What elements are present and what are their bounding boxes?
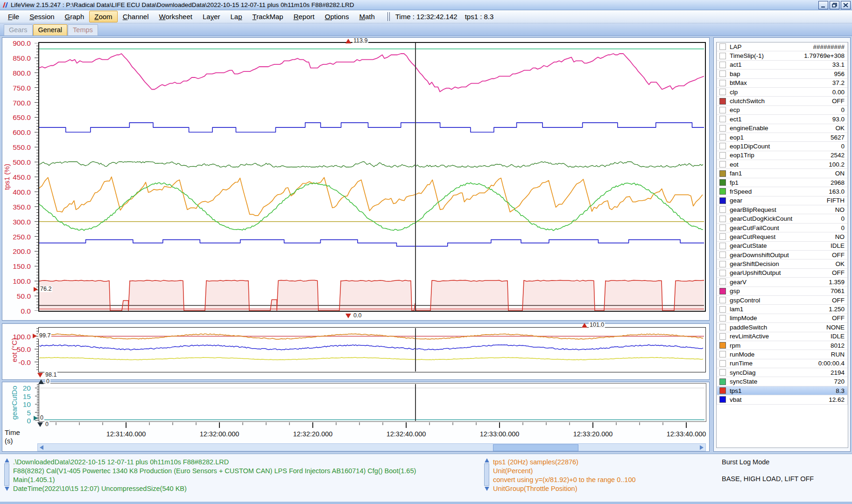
channel-checkbox[interactable] xyxy=(719,324,726,330)
title-bar[interactable]: LifeView 2.15.247 : P:\Radical Data\LIFE… xyxy=(0,0,852,10)
channel-checkbox[interactable] xyxy=(719,89,726,95)
channel-row-limpmode[interactable]: limpModeOFF xyxy=(717,314,848,323)
channel-checkbox[interactable] xyxy=(719,288,726,294)
channel-checkbox[interactable] xyxy=(719,206,726,213)
channel-row-gearcutfailcount[interactable]: gearCutFailCount0 xyxy=(717,223,848,232)
channel-row-bap[interactable]: bap956 xyxy=(717,69,848,78)
channel-checkbox[interactable] xyxy=(719,279,726,285)
time-cursor[interactable] xyxy=(415,328,416,371)
channel-row-timeslip(-1)[interactable]: TimeSlip(-1)1.79769e+308 xyxy=(717,51,848,60)
channel-row-fp1[interactable]: fp12968 xyxy=(717,178,848,187)
channel-checkbox[interactable] xyxy=(719,351,726,357)
scroll-up-icon[interactable] xyxy=(5,458,9,462)
tab-temps[interactable]: Temps xyxy=(68,24,98,35)
channel-checkbox[interactable] xyxy=(719,143,726,149)
channel-checkbox[interactable] xyxy=(719,98,726,105)
channel-checkbox[interactable] xyxy=(719,161,726,168)
channel-checkbox[interactable] xyxy=(719,70,726,77)
channel-checkbox[interactable] xyxy=(719,62,726,68)
channel-row-gearcutdogkickcount[interactable]: gearCutDogKickCount0 xyxy=(717,214,848,223)
channel-row-lap[interactable]: LAP######### xyxy=(717,42,848,51)
channel-checkbox[interactable] xyxy=(719,125,726,132)
channel-row-clutchswitch[interactable]: clutchSwitchOFF xyxy=(717,96,848,105)
channel-checkbox[interactable] xyxy=(719,152,726,159)
scrollbar-thumb[interactable] xyxy=(493,444,578,451)
channel-checkbox[interactable] xyxy=(719,243,726,249)
menu-graph[interactable]: Graph xyxy=(60,11,90,22)
scroll-left-icon[interactable] xyxy=(38,444,45,451)
channel-checkbox[interactable] xyxy=(719,252,726,258)
channel-checkbox[interactable] xyxy=(719,387,726,394)
channel-checkbox[interactable] xyxy=(719,53,726,59)
channel-checkbox[interactable] xyxy=(719,224,726,231)
channel-row-runtime[interactable]: runTime0:00:00.4 xyxy=(717,359,848,368)
cursor-marker[interactable]: 0.0 xyxy=(345,313,362,319)
channel-checkbox[interactable] xyxy=(719,216,726,222)
channel-row-gear[interactable]: gearFIFTH xyxy=(717,196,848,205)
channel-row-syncdiag[interactable]: syncDiag2194 xyxy=(717,368,848,377)
chart-traces-1[interactable] xyxy=(39,43,704,311)
time-scrollbar[interactable] xyxy=(37,443,706,451)
minimize-button[interactable] xyxy=(818,1,828,9)
channel-checkbox[interactable] xyxy=(719,360,726,367)
channel-row-lam1[interactable]: lam11.250 xyxy=(717,304,848,314)
channel-row-frspeed[interactable]: frSpeed163.0 xyxy=(717,187,848,196)
channel-row-gearshiftdecision[interactable]: gearShiftDecisionOK xyxy=(717,259,848,268)
chart-traces-3[interactable] xyxy=(40,384,704,421)
channel-row-eop1trip[interactable]: eop1Trip2542 xyxy=(717,151,848,160)
channel-checkbox[interactable] xyxy=(719,270,726,276)
channel-row-gearcutstate[interactable]: gearCutStateIDLE xyxy=(717,241,848,251)
scroll-thumb[interactable] xyxy=(484,463,489,486)
scroll-down-icon[interactable] xyxy=(5,487,9,491)
channel-checkbox[interactable] xyxy=(719,107,726,113)
channel-checkbox[interactable] xyxy=(719,369,726,376)
channel-row-gsp[interactable]: gsp7061 xyxy=(717,287,848,296)
channel-checkbox[interactable] xyxy=(719,197,726,204)
channel-row-ect1[interactable]: ect193.0 xyxy=(717,114,848,124)
cursor-marker[interactable]: 0 xyxy=(34,415,44,421)
chart-traces-2[interactable] xyxy=(39,328,704,371)
time-cursor[interactable] xyxy=(415,43,416,311)
channel-row-tps1[interactable]: tps18.3 xyxy=(717,386,848,395)
channel-row-gearv[interactable]: gearV1.359 xyxy=(717,277,848,287)
file-info-scrollbar[interactable] xyxy=(4,458,10,493)
channel-checkbox[interactable] xyxy=(719,261,726,267)
menu-channel[interactable]: Channel xyxy=(118,11,154,22)
channel-row-runmode[interactable]: runModeRUN xyxy=(717,350,848,359)
tab-gears[interactable]: Gears xyxy=(4,24,33,35)
channel-checkbox[interactable] xyxy=(719,43,726,50)
channel-checkbox[interactable] xyxy=(719,188,726,195)
channel-checkbox[interactable] xyxy=(719,378,726,385)
channel-checkbox[interactable] xyxy=(719,134,726,140)
channel-row-ecp[interactable]: ecp0 xyxy=(717,105,848,115)
menu-session[interactable]: Session xyxy=(24,11,59,22)
menu-layer[interactable]: Layer xyxy=(197,11,225,22)
restore-button[interactable] xyxy=(830,1,839,9)
channel-checkbox[interactable] xyxy=(719,233,726,240)
channel-row-gspcontrol[interactable]: gspControlOFF xyxy=(717,295,848,305)
menu-options[interactable]: Options xyxy=(320,11,354,22)
cursor-marker[interactable]: 101.0 xyxy=(582,322,605,328)
channel-row-btmax[interactable]: btMax37.2 xyxy=(717,78,848,88)
channel-checkbox[interactable] xyxy=(719,80,726,86)
menu-worksheet[interactable]: Worksheet xyxy=(154,11,197,22)
cursor-marker[interactable]: 0 xyxy=(38,378,50,385)
channel-row-rpm[interactable]: rpm8012 xyxy=(717,341,848,350)
cursor-marker[interactable]: 99.7 xyxy=(33,333,51,339)
cursor-marker[interactable]: 98.1 xyxy=(37,372,57,378)
menu-report[interactable]: Report xyxy=(289,11,320,22)
channel-checkbox[interactable] xyxy=(719,116,726,122)
channel-row-vbat[interactable]: vbat12.62 xyxy=(717,395,848,404)
channel-row-geardownshiftoutput[interactable]: gearDownshiftOutputOFF xyxy=(717,250,848,259)
tab-general[interactable]: General xyxy=(33,24,68,35)
channel-row-revlimitactive[interactable]: revLimitActiveIDLE xyxy=(717,332,848,341)
cursor-marker[interactable]: 113.9 xyxy=(345,38,368,44)
channel-row-eop1[interactable]: eop15627 xyxy=(717,133,848,142)
menu-trackmap[interactable]: TrackMap xyxy=(247,11,289,22)
channel-checkbox[interactable] xyxy=(719,333,726,340)
menu-math[interactable]: Math xyxy=(354,11,380,22)
channel-row-eop1dipcount[interactable]: eop1DipCount0 xyxy=(717,141,848,151)
scroll-thumb[interactable] xyxy=(4,463,9,486)
channel-checkbox[interactable] xyxy=(719,179,726,186)
channel-row-gearbliprequest[interactable]: gearBlipRequestNO xyxy=(717,205,848,214)
